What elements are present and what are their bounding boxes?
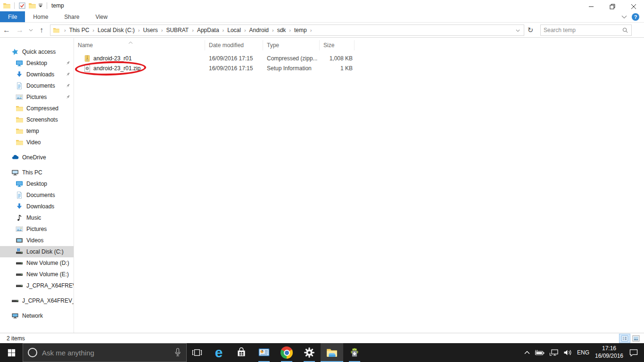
qat-customize-icon[interactable] (38, 3, 43, 8)
column-header[interactable]: Name (74, 40, 205, 50)
help-icon[interactable]: ? (632, 13, 639, 21)
expand-ribbon-icon[interactable] (621, 15, 627, 19)
ribbon-tab[interactable]: Home (25, 11, 56, 22)
taskbar-app-button[interactable]: e (207, 343, 230, 362)
properties-icon[interactable] (18, 2, 26, 9)
task-view-button[interactable] (187, 343, 207, 362)
column-header[interactable]: Date modified (205, 40, 263, 50)
sidebar-section-items: Desktop Downloads (0, 58, 74, 148)
sidebar-item[interactable]: Pictures (0, 91, 74, 103)
sidebar-section-header[interactable]: This PC (0, 167, 74, 178)
back-button[interactable]: ← (0, 24, 13, 36)
breadcrumb-segment[interactable]: Local Disk (C:) (98, 27, 135, 33)
sidebar-item[interactable]: New Volume (E:) (0, 269, 74, 280)
sidebar-item[interactable]: J_CPRA_X64FREV_EN (0, 280, 74, 291)
sidebar-section-header[interactable]: OneDrive (0, 152, 74, 163)
sidebar-item[interactable]: temp (0, 125, 74, 137)
file-explorer-icon (326, 346, 338, 359)
sidebar-item[interactable]: Documents (0, 80, 74, 91)
edge-icon: e (215, 346, 223, 360)
ribbon-tab[interactable]: View (87, 11, 116, 22)
start-button[interactable] (0, 343, 23, 362)
details-view-button[interactable] (619, 334, 630, 343)
breadcrumb-segment[interactable]: This PC (69, 27, 90, 33)
sidebar-item[interactable]: Pictures (0, 223, 74, 235)
search-input[interactable] (544, 27, 622, 33)
sidebar-item[interactable]: Music (0, 212, 74, 223)
pin-icon (65, 83, 71, 89)
volume-icon[interactable] (563, 349, 573, 356)
taskbar-app-button[interactable] (343, 343, 366, 362)
file-name[interactable]: android-23_r01 (93, 55, 132, 62)
sidebar-item[interactable]: Desktop (0, 178, 74, 189)
column-header[interactable]: Type (263, 40, 320, 50)
taskbar-app-button[interactable] (321, 343, 343, 362)
cortana-icon[interactable] (28, 348, 37, 357)
microphone-icon[interactable] (174, 347, 182, 358)
sidebar-item[interactable]: Desktop (0, 58, 74, 69)
address-dropdown-icon[interactable] (512, 27, 524, 33)
sidebar-item-label: Desktop (26, 60, 47, 66)
qat-separator (47, 2, 47, 9)
sidebar-section-header[interactable]: J_CPRA_X64FREV_EN- (0, 295, 74, 306)
pictures-icon (16, 225, 23, 233)
sidebar-item[interactable]: Documents (0, 189, 74, 201)
taskbar-app-button[interactable] (230, 343, 253, 362)
taskbar-app-button[interactable] (298, 343, 321, 362)
breadcrumb-segment[interactable]: Users (143, 27, 157, 33)
breadcrumb-segment[interactable]: SUBRAT (166, 27, 189, 33)
column-header[interactable]: Size (320, 40, 355, 50)
pin-icon (65, 72, 71, 77)
sidebar-item[interactable]: Downloads (0, 69, 74, 80)
explorer-folder-icon[interactable] (3, 2, 10, 9)
breadcrumb-segment[interactable]: temp (294, 27, 307, 33)
sidebar-item-label: Local Disk (C:) (26, 248, 64, 255)
sidebar-item[interactable]: Compressed (0, 103, 74, 114)
pin-icon (65, 94, 71, 100)
refresh-icon[interactable]: ↻ (524, 24, 537, 36)
drive-icon (16, 259, 23, 267)
breadcrumb-separator: › (219, 27, 228, 33)
cortana-search-input[interactable] (42, 349, 174, 357)
breadcrumb-segment[interactable]: sdk (277, 27, 286, 33)
sidebar-item[interactable]: Local Disk (C:) (0, 246, 74, 257)
new-folder-icon[interactable] (28, 2, 36, 9)
breadcrumb-segment[interactable]: AppData (197, 27, 219, 33)
ribbon-tab[interactable]: File (0, 11, 25, 22)
desktop-icon (16, 180, 23, 188)
sidebar-item[interactable]: New Volume (D:) (0, 257, 74, 269)
breadcrumb-segment[interactable]: Local (227, 27, 241, 33)
action-center-icon[interactable] (629, 349, 638, 357)
breadcrumb-segment[interactable]: Android (249, 27, 269, 33)
file-row[interactable]: android-23_r01 16/09/2016 17:15 Compress… (74, 53, 644, 63)
clock[interactable]: 17:16 16/09/2016 (594, 345, 625, 360)
large-icons-view-button[interactable] (631, 334, 641, 343)
sidebar-item-label: OneDrive (22, 154, 46, 161)
file-row[interactable]: android-23_r01.zip 16/09/2016 17:15 Setu… (74, 63, 644, 73)
sidebar-item-label: Downloads (26, 71, 54, 78)
language-indicator[interactable]: ENG (577, 349, 589, 356)
taskbar-app-button[interactable] (253, 343, 275, 362)
chrome-icon (281, 346, 293, 359)
up-button[interactable]: ↑ (35, 24, 48, 36)
breadcrumb-separator: › (307, 27, 315, 33)
downloads-icon (16, 71, 23, 78)
battery-icon[interactable] (534, 349, 545, 356)
sidebar-section-header[interactable]: Quick access (0, 46, 74, 58)
address-bar[interactable]: ›This PC ›Local Disk (C:) ›Users ›SUBRAT… (50, 25, 524, 36)
recent-locations-icon[interactable] (26, 29, 35, 32)
sidebar-item[interactable]: Videos (0, 235, 74, 246)
network-icon[interactable] (549, 349, 559, 356)
sidebar-item[interactable]: Screenshots (0, 114, 74, 125)
sidebar-section-header[interactable]: Network (0, 310, 74, 321)
forward-button[interactable]: → (13, 24, 26, 36)
sidebar-item-label: New Volume (D:) (26, 260, 69, 266)
hidden-icons-chevron-icon[interactable] (524, 351, 530, 354)
sidebar-item[interactable]: Video (0, 137, 74, 148)
taskbar: e (0, 343, 644, 362)
ribbon-tab[interactable]: Share (56, 11, 87, 22)
sidebar-item-label: New Volume (E:) (26, 271, 69, 278)
taskbar-app-button[interactable] (275, 343, 298, 362)
sidebar-item[interactable]: Downloads (0, 201, 74, 212)
search-icon[interactable] (622, 27, 628, 33)
